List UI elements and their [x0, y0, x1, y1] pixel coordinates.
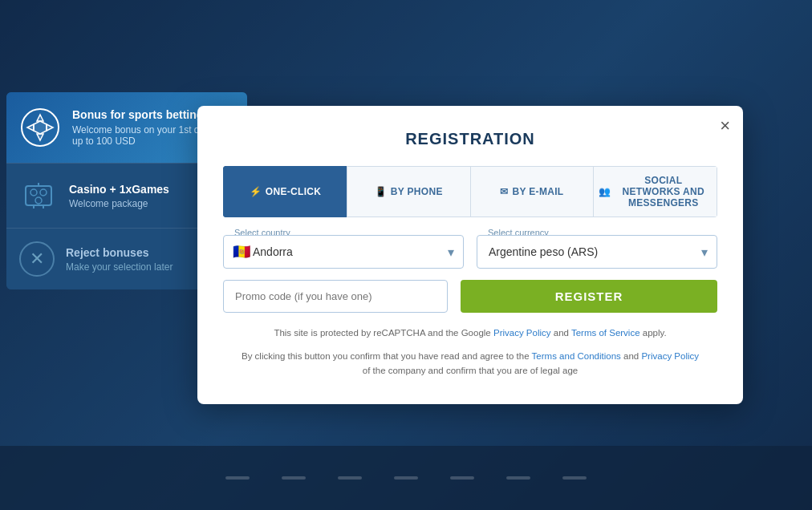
form-row-selects: Select country 🇦🇩 Andorra Select currenc…	[223, 235, 717, 269]
terms-of-service-link[interactable]: Terms of Service	[571, 328, 640, 338]
registration-tabs: ⚡ ONE-CLICK 📱 BY PHONE ✉ BY E-MAIL 👥 SOC…	[223, 166, 717, 217]
promo-code-group	[223, 280, 448, 313]
tab-by-phone[interactable]: 📱 BY PHONE	[347, 166, 470, 217]
tab-social-label: SOCIAL NETWORKS AND MESSENGERS	[615, 175, 712, 208]
modal-title: REGISTRATION	[223, 130, 717, 148]
currency-select-wrapper: Argentine peso (ARS)	[477, 235, 717, 269]
phone-icon: 📱	[375, 186, 387, 197]
form-row-promo: REGISTER	[223, 280, 717, 313]
registration-modal: × REGISTRATION ⚡ ONE-CLICK 📱 BY PHONE ✉ …	[197, 106, 743, 403]
country-select-wrapper: 🇦🇩 Andorra	[223, 235, 464, 269]
currency-group: Select currency Argentine peso (ARS)	[477, 235, 717, 269]
lightning-icon: ⚡	[250, 186, 262, 197]
social-icon: 👥	[599, 186, 611, 197]
tab-by-email-label: BY E-MAIL	[513, 186, 564, 197]
privacy-policy-link2[interactable]: Privacy Policy	[641, 351, 699, 361]
tab-one-click-label: ONE-CLICK	[266, 186, 321, 197]
country-group: Select country 🇦🇩 Andorra	[223, 235, 464, 269]
email-icon: ✉	[500, 186, 508, 197]
tab-by-email[interactable]: ✉ BY E-MAIL	[470, 166, 594, 217]
tab-social[interactable]: 👥 SOCIAL NETWORKS AND MESSENGERS	[593, 166, 717, 217]
country-select[interactable]: Andorra	[223, 235, 464, 269]
tab-one-click[interactable]: ⚡ ONE-CLICK	[223, 166, 347, 217]
currency-select[interactable]: Argentine peso (ARS)	[477, 235, 717, 269]
close-button[interactable]: ×	[720, 117, 730, 135]
legal-text-recaptcha: This site is protected by reCAPTCHA and …	[223, 326, 717, 340]
promo-code-input[interactable]	[223, 280, 448, 313]
privacy-policy-link[interactable]: Privacy Policy	[493, 328, 551, 338]
modal-backdrop: × REGISTRATION ⚡ ONE-CLICK 📱 BY PHONE ✉ …	[0, 0, 812, 510]
terms-and-conditions-link[interactable]: Terms and Conditions	[532, 351, 621, 361]
legal-text-confirm: By clicking this button you confirm that…	[223, 349, 717, 378]
tab-by-phone-label: BY PHONE	[391, 186, 443, 197]
register-button[interactable]: REGISTER	[461, 280, 717, 313]
